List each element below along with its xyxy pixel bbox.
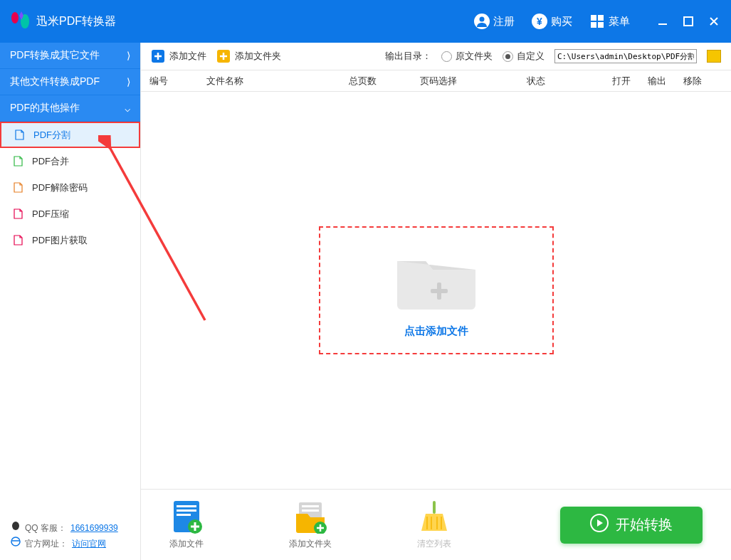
add-folder-label: 添加文件夹 bbox=[235, 50, 281, 63]
th-number: 编号 bbox=[141, 75, 198, 88]
bottom-add-folder-label: 添加文件夹 bbox=[289, 538, 332, 550]
th-open: 打开 bbox=[604, 75, 639, 88]
add-folder-icon bbox=[216, 49, 231, 63]
radio-custom-folder[interactable]: 自定义 bbox=[503, 50, 545, 63]
sidebar-group-pdf-to-other[interactable]: PDF转换成其它文件 ⟩ bbox=[0, 43, 140, 69]
radio-source-folder[interactable]: 原文件夹 bbox=[441, 50, 493, 63]
register-label: 注册 bbox=[493, 15, 515, 28]
add-file-large-icon bbox=[169, 500, 204, 534]
th-status: 状态 bbox=[518, 75, 604, 88]
pdf-icon bbox=[13, 235, 23, 245]
user-icon bbox=[474, 14, 490, 29]
buy-label: 购买 bbox=[551, 15, 572, 28]
svg-point-11 bbox=[11, 537, 20, 546]
titlebar: 迅米PDF转换器 注册 ¥ 购买 菜单 bbox=[0, 0, 731, 43]
th-page-select: 页码选择 bbox=[411, 75, 518, 88]
sidebar-item-pdf-merge[interactable]: PDF合并 bbox=[0, 148, 140, 174]
chevron-right-icon: ⟩ bbox=[127, 76, 130, 88]
sidebar-item-label: PDF解除密码 bbox=[32, 181, 88, 194]
minimize-button[interactable] bbox=[656, 15, 669, 28]
add-folder-large-icon bbox=[293, 500, 327, 534]
th-output: 输出 bbox=[639, 75, 675, 88]
add-file-button[interactable]: 添加文件 bbox=[151, 49, 206, 63]
site-link[interactable]: 访问官网 bbox=[72, 536, 106, 551]
chevron-right-icon: ⟩ bbox=[127, 50, 130, 61]
sidebar-group-label: PDF转换成其它文件 bbox=[10, 49, 100, 62]
add-file-label: 添加文件 bbox=[169, 50, 206, 63]
bottom-add-folder-button[interactable]: 添加文件夹 bbox=[289, 500, 332, 550]
grid-icon bbox=[589, 14, 605, 29]
table-header: 编号 文件名称 总页数 页码选择 状态 打开 输出 移除 bbox=[141, 70, 731, 92]
svg-rect-8 bbox=[658, 23, 667, 25]
sidebar-item-pdf-compress[interactable]: PDF压缩 bbox=[0, 201, 140, 227]
svg-point-1 bbox=[480, 17, 485, 22]
menu-label: 菜单 bbox=[609, 15, 630, 28]
svg-rect-17 bbox=[177, 505, 196, 507]
browse-folder-button[interactable] bbox=[707, 50, 721, 63]
th-filename: 文件名称 bbox=[198, 75, 340, 88]
radio-custom-label: 自定义 bbox=[517, 50, 545, 63]
sidebar-item-label: PDF压缩 bbox=[32, 208, 69, 221]
sidebar-group-other-to-pdf[interactable]: 其他文件转换成PDF ⟩ bbox=[0, 69, 140, 95]
svg-point-10 bbox=[12, 522, 19, 530]
dropzone-label: 点击添加文件 bbox=[404, 324, 468, 338]
close-button[interactable] bbox=[708, 15, 720, 28]
toolbar: 添加文件 添加文件夹 输出目录： 原文件夹 自定义 bbox=[141, 43, 731, 70]
svg-rect-9 bbox=[684, 17, 693, 26]
bottom-bar: 添加文件 添加文件夹 清空列表 开始转换 bbox=[141, 489, 731, 560]
maximize-button[interactable] bbox=[682, 15, 695, 28]
th-total-pages: 总页数 bbox=[340, 75, 411, 88]
svg-rect-6 bbox=[591, 22, 596, 28]
app-logo-icon bbox=[11, 11, 32, 32]
sidebar-item-label: PDF合并 bbox=[32, 155, 69, 168]
svg-rect-4 bbox=[591, 15, 596, 21]
bottom-clear-label: 清空列表 bbox=[417, 538, 451, 550]
svg-text:¥: ¥ bbox=[537, 16, 542, 27]
svg-rect-15 bbox=[437, 282, 441, 300]
qq-icon bbox=[11, 520, 21, 536]
ie-icon bbox=[11, 536, 21, 551]
svg-rect-23 bbox=[302, 509, 319, 512]
start-convert-button[interactable]: 开始转换 bbox=[560, 507, 703, 544]
pdf-icon bbox=[13, 182, 23, 193]
dropzone[interactable]: 点击添加文件 bbox=[319, 226, 554, 354]
qq-value-link[interactable]: 1661699939 bbox=[70, 520, 118, 536]
buy-button[interactable]: ¥ 购买 bbox=[523, 14, 581, 29]
pdf-icon bbox=[14, 130, 25, 140]
svg-rect-25 bbox=[433, 501, 436, 514]
sidebar-item-label: PDF分割 bbox=[33, 129, 70, 142]
sidebar-item-pdf-extract-images[interactable]: PDF图片获取 bbox=[0, 227, 140, 253]
qq-label: QQ 客服： bbox=[25, 520, 66, 536]
pdf-icon bbox=[13, 156, 23, 167]
bottom-clear-button[interactable]: 清空列表 bbox=[417, 500, 451, 550]
register-button[interactable]: 注册 bbox=[466, 14, 523, 29]
chevron-down-icon: ⌵ bbox=[125, 102, 130, 114]
sidebar-item-label: PDF图片获取 bbox=[32, 234, 88, 247]
sidebar-footer: QQ 客服： 1661699939 官方网址： 访问官网 bbox=[0, 512, 140, 560]
app-logo: 迅米PDF转换器 bbox=[11, 11, 116, 32]
sidebar-item-pdf-split[interactable]: PDF分割 bbox=[0, 122, 140, 148]
radio-source-label: 原文件夹 bbox=[456, 50, 493, 63]
svg-rect-22 bbox=[302, 505, 319, 507]
svg-rect-5 bbox=[598, 15, 604, 21]
sidebar-item-pdf-unlock[interactable]: PDF解除密码 bbox=[0, 174, 140, 201]
sidebar-group-label: 其他文件转换成PDF bbox=[10, 75, 100, 88]
play-icon bbox=[590, 514, 609, 536]
output-path-input[interactable] bbox=[554, 49, 697, 63]
svg-rect-7 bbox=[598, 22, 604, 28]
radio-icon bbox=[503, 51, 513, 62]
svg-rect-19 bbox=[177, 514, 191, 516]
pdf-icon bbox=[13, 208, 23, 219]
bottom-add-file-button[interactable]: 添加文件 bbox=[169, 500, 204, 550]
site-label: 官方网址： bbox=[25, 536, 68, 551]
output-dir-label: 输出目录： bbox=[385, 50, 431, 63]
sidebar: PDF转换成其它文件 ⟩ 其他文件转换成PDF ⟩ PDF的其他操作 ⌵ PDF… bbox=[0, 43, 141, 560]
window-controls bbox=[656, 15, 720, 28]
sidebar-group-pdf-other-ops[interactable]: PDF的其他操作 ⌵ bbox=[0, 95, 140, 122]
broom-icon bbox=[417, 500, 451, 534]
menu-button[interactable]: 菜单 bbox=[581, 14, 638, 29]
start-convert-label: 开始转换 bbox=[616, 515, 673, 534]
app-title: 迅米PDF转换器 bbox=[36, 14, 116, 29]
sidebar-group-label: PDF的其他操作 bbox=[10, 102, 80, 115]
add-folder-button[interactable]: 添加文件夹 bbox=[216, 49, 281, 63]
